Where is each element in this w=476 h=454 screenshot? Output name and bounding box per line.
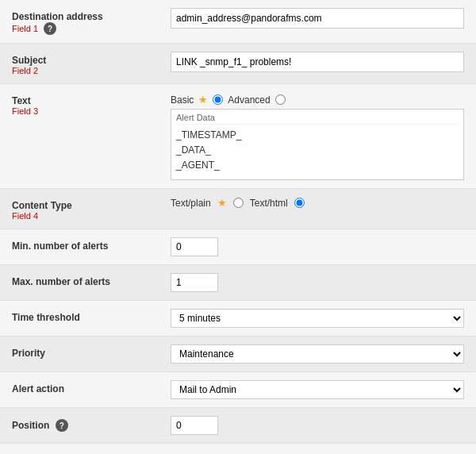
priority-field: Maintenance Low Normal Warning Critical	[171, 344, 464, 364]
advanced-label: Advanced	[228, 94, 270, 106]
text-plain-label: Text/plain	[171, 198, 211, 209]
basic-label: Basic	[171, 94, 194, 106]
content-type-row: Content Type Field 4 Text/plain ★ Text/h…	[0, 189, 476, 229]
text-html-radio[interactable]	[294, 198, 305, 208]
min-alerts-row: Min. number of alerts	[0, 229, 476, 265]
destination-address-row: Destination address Field 1 ?	[0, 0, 476, 44]
subject-label: Subject	[12, 55, 171, 66]
form-container: Destination address Field 1 ? Subject Fi…	[0, 0, 476, 454]
time-threshold-field: 5 minutes 10 minutes 15 minutes 30 minut…	[171, 309, 464, 328]
basic-advanced-group: Basic ★ Advanced	[171, 92, 464, 106]
alert-action-label-col: Alert action	[12, 380, 171, 394]
position-help-icon[interactable]: ?	[56, 419, 68, 432]
advanced-radio[interactable]	[275, 94, 286, 105]
alert-action-field: Mail to Admin Send SMS Send SNMP	[171, 380, 464, 399]
content-type-label-col: Content Type Field 4	[12, 197, 171, 221]
text-label-col: Text Field 3	[12, 92, 171, 116]
text-sublabel: Field 3	[12, 106, 171, 116]
min-alerts-input[interactable]	[171, 237, 218, 256]
content-type-star: ★	[217, 197, 227, 209]
priority-row: Priority Maintenance Low Normal Warning …	[0, 337, 476, 372]
content-type-label: Content Type	[12, 200, 171, 211]
subject-input[interactable]	[171, 52, 464, 72]
destination-address-field	[171, 8, 464, 29]
priority-label: Priority	[12, 348, 171, 359]
max-alerts-input[interactable]	[171, 273, 218, 292]
position-row: Position ?	[0, 408, 476, 444]
textarea-content[interactable]: _TIMESTAMP__DATA__AGENT_	[176, 128, 459, 174]
time-threshold-row: Time threshold 5 minutes 10 minutes 15 m…	[0, 301, 476, 337]
subject-sublabel: Field 2	[12, 66, 171, 75]
position-label-col: Position ?	[12, 416, 171, 432]
destination-address-help-icon[interactable]: ?	[44, 22, 56, 35]
text-row: Text Field 3 Basic ★ Advanced Alert Data…	[0, 84, 476, 189]
time-threshold-select[interactable]: 5 minutes 10 minutes 15 minutes 30 minut…	[171, 309, 464, 328]
alert-action-select[interactable]: Mail to Admin Send SMS Send SNMP	[171, 380, 464, 399]
time-threshold-label-col: Time threshold	[12, 309, 171, 323]
position-label: Position ?	[12, 419, 171, 432]
content-type-sublabel: Field 4	[12, 211, 171, 221]
text-label: Text	[12, 95, 171, 106]
max-alerts-row: Max. number of alerts	[0, 265, 476, 301]
text-html-label: Text/html	[250, 198, 288, 209]
priority-label-col: Priority	[12, 344, 171, 359]
destination-address-sublabel: Field 1 ?	[12, 22, 171, 35]
destination-address-label-col: Destination address Field 1 ?	[12, 8, 171, 35]
textarea-title: Alert Data	[176, 113, 459, 125]
time-threshold-label: Time threshold	[12, 312, 171, 323]
text-field: Basic ★ Advanced Alert Data _TIMESTAMP__…	[171, 92, 464, 180]
destination-address-label: Destination address	[12, 11, 171, 22]
text-area-wrapper: Alert Data _TIMESTAMP__DATA__AGENT_	[171, 109, 464, 180]
alert-action-row: Alert action Mail to Admin Send SMS Send…	[0, 372, 476, 408]
max-alerts-label: Max. number of alerts	[12, 276, 171, 287]
priority-select[interactable]: Maintenance Low Normal Warning Critical	[171, 344, 464, 364]
min-alerts-label: Min. number of alerts	[12, 240, 171, 252]
subject-field	[171, 52, 464, 72]
position-field	[171, 416, 464, 435]
position-input[interactable]	[171, 416, 218, 435]
max-alerts-label-col: Max. number of alerts	[12, 273, 171, 287]
min-alerts-field	[171, 237, 464, 256]
content-type-options: Text/plain ★ Text/html	[171, 197, 464, 209]
destination-address-input[interactable]	[171, 8, 464, 29]
alert-action-label: Alert action	[12, 383, 171, 394]
basic-star: ★	[198, 94, 208, 106]
basic-radio[interactable]	[213, 94, 223, 105]
max-alerts-field	[171, 273, 464, 292]
subject-row: Subject Field 2	[0, 44, 476, 84]
content-type-field: Text/plain ★ Text/html	[171, 197, 464, 209]
subject-label-col: Subject Field 2	[12, 52, 171, 75]
text-plain-radio[interactable]	[233, 198, 244, 208]
min-alerts-label-col: Min. number of alerts	[12, 237, 171, 252]
